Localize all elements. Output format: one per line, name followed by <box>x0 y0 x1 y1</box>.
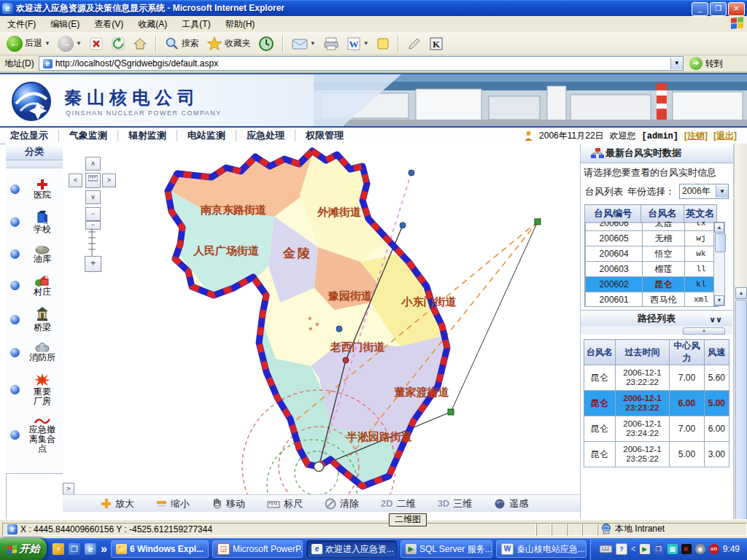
pan-left-button[interactable]: < <box>69 174 82 187</box>
volume-tray-icon[interactable]: ◉ <box>695 544 705 554</box>
messenger-button[interactable] <box>374 36 392 51</box>
edit-pen-button[interactable] <box>405 36 424 52</box>
view-3d-tool[interactable]: 3D三维 <box>438 497 473 510</box>
grid-tray-icon[interactable]: ▦ <box>667 544 678 554</box>
menu-file[interactable]: 文件(F) <box>0 16 43 33</box>
tab-weather[interactable]: 气象监测 <box>59 130 118 141</box>
sidebar-item-bridge[interactable]: 桥梁 <box>6 307 63 332</box>
close-button[interactable]: ✕ <box>728 2 745 16</box>
zoom-out-small-button[interactable]: − <box>85 207 101 221</box>
tab-radiation[interactable]: 辐射监测 <box>118 130 177 141</box>
stop-button[interactable] <box>87 36 106 52</box>
view-2d-tool[interactable]: 2D二维 <box>381 497 416 510</box>
sidebar-item-assembly-point[interactable]: 应急撤离集合点 <box>6 416 63 454</box>
menu-help[interactable]: 帮助(H) <box>218 16 263 33</box>
tab-location[interactable]: 定位显示 <box>0 130 59 141</box>
search-button[interactable]: 搜索 <box>163 36 201 52</box>
taskbar-button-sqlserver[interactable]: ▶ SQL Server 服务... <box>400 540 492 558</box>
antivirus-tray-icon[interactable]: K <box>681 544 692 554</box>
logout-link[interactable]: [注销] <box>684 130 708 142</box>
menu-tools[interactable]: 工具(T) <box>174 16 217 33</box>
edit-caret-icon[interactable]: ▼ <box>363 40 369 47</box>
pan-right-button[interactable]: > <box>102 174 116 187</box>
scrollbar-up-icon[interactable]: ▲ <box>735 287 747 299</box>
menu-edit[interactable]: 编辑(E) <box>43 16 87 33</box>
scroll-thumb[interactable] <box>715 233 726 252</box>
collapse-chevron-icon[interactable]: ∨∨ <box>709 311 722 327</box>
mail-caret-icon[interactable]: ▼ <box>310 40 316 47</box>
taskbar-button-powerpoint[interactable]: ◲ Microsoft PowerP... <box>212 540 303 558</box>
typhoon-row[interactable]: 200605无稽wj <box>586 231 718 246</box>
clear-tool[interactable]: 清除 <box>325 497 359 510</box>
typhoon-list-scrollbar[interactable]: ▲ ▼ <box>713 222 725 306</box>
maximize-button[interactable]: ❐ <box>710 2 727 16</box>
detail-row[interactable]: 昆仑2006-12-1 23:25:225.003.00 <box>584 442 729 467</box>
tab-station[interactable]: 电站监测 <box>177 130 236 141</box>
remote-sensing-tool[interactable]: 遥感 <box>494 497 528 510</box>
sidebar-item-fire-station[interactable]: 消防所 <box>6 343 63 362</box>
minimize-button[interactable]: _ <box>692 2 708 16</box>
ati-tray-icon[interactable]: ATI <box>709 544 719 554</box>
forward-button[interactable]: →▼ <box>55 35 84 52</box>
mail-button[interactable]: ▼ <box>290 36 318 51</box>
year-select[interactable]: 2006年 ▼ <box>679 184 729 199</box>
keyboard-tray-icon[interactable] <box>600 545 612 553</box>
sql-tray-icon[interactable]: ▶ <box>640 544 650 554</box>
tray-collapse-icon[interactable]: ᐸ <box>631 545 636 553</box>
address-input[interactable]: e http://localhost/QSgridwebgis/default.… <box>39 56 684 71</box>
back-caret-icon[interactable]: ▼ <box>44 40 50 47</box>
map-viewport[interactable]: * * * 南京东路街道 外滩街道 人民广场街道 金陵 豫园街道 小东门街道 老… <box>63 144 580 519</box>
detail-row-selected[interactable]: 昆仑2006-12-1 23:23:226.005.00 <box>584 391 729 416</box>
panel-splitter[interactable]: ▲ <box>581 326 732 335</box>
menu-view[interactable]: 查看(V) <box>87 16 131 33</box>
path-list-bar[interactable]: 路径列表 ∨∨ <box>581 310 732 327</box>
taskbar-button-word[interactable]: W 秦山核电站应急... <box>496 540 587 558</box>
typhoon-row[interactable]: 200604悟空wk <box>586 246 718 262</box>
exit-link[interactable]: [退出] <box>713 130 737 142</box>
go-button[interactable]: ➜ 转到 <box>689 57 723 70</box>
start-button[interactable]: 开始 <box>0 538 47 560</box>
map-svg[interactable]: * * * 南京东路街道 外滩街道 人民广场街道 金陵 豫园街道 小东门街道 老… <box>63 144 580 494</box>
refresh-button[interactable] <box>109 36 128 52</box>
window-scrollbar[interactable]: ▲ ▼ <box>734 144 747 519</box>
detail-row[interactable]: 昆仑2006-12-1 23:24:227.006.00 <box>584 416 729 442</box>
zoom-out-tool[interactable]: 缩小 <box>156 497 190 510</box>
clock[interactable]: 9:49 <box>723 544 740 554</box>
detail-row[interactable]: 昆仑2006-12-1 23:22:227.005.60 <box>584 365 729 391</box>
back-button[interactable]: ←后退▼ <box>4 35 53 52</box>
zoom-in-tool[interactable]: 放大 <box>101 497 134 510</box>
sidebar-item-key-plant[interactable]: 重要厂房 <box>6 373 63 406</box>
edit-word-button[interactable]: W▼ <box>344 36 371 52</box>
typhoon-row[interactable]: 200606太虚tx <box>586 222 718 231</box>
zoom-in-slider-button[interactable]: + <box>85 256 101 272</box>
taskbar-button-ie-current[interactable]: e 欢迎进入应急资... <box>306 540 397 558</box>
typhoon-row[interactable]: 200603榴莲ll <box>586 262 718 277</box>
quicklaunch-desktop-icon[interactable]: ❐ <box>69 543 80 555</box>
network-tray-icon[interactable]: ❒ <box>654 544 664 554</box>
sidebar-item-school[interactable]: 学校 <box>6 210 63 234</box>
scroll-down-icon[interactable]: ▼ <box>714 295 724 306</box>
quicklaunch-ie-icon[interactable]: e <box>85 543 96 555</box>
year-select-arrow-icon[interactable]: ▼ <box>716 185 728 198</box>
taskbar-button-explorer-group[interactable]: 📁 6 Windows Expl...▼ <box>111 540 209 558</box>
typhoon-row-selected[interactable]: 200602昆仑kl <box>586 277 718 292</box>
zoom-slider[interactable] <box>87 228 98 256</box>
sidebar-item-oil-depot[interactable]: 油库 <box>6 244 63 264</box>
tab-permissions[interactable]: 权限管理 <box>295 130 354 141</box>
tab-emergency[interactable]: 应急处理 <box>236 130 295 141</box>
forward-caret-icon[interactable]: ▼ <box>76 40 82 47</box>
quicklaunch-overflow-icon[interactable]: » <box>101 542 107 556</box>
extent-button[interactable] <box>85 173 101 188</box>
typhoon-row[interactable]: 200601西马伦xml <box>586 292 718 308</box>
scroll-up-icon[interactable]: ▲ <box>714 222 724 233</box>
sidebar-item-village[interactable]: 村庄 <box>6 274 63 297</box>
quicklaunch-lightning-icon[interactable]: ⚡ <box>53 543 64 555</box>
favorites-button[interactable]: 收藏夹 <box>204 36 253 52</box>
sidebar-item-hospital[interactable]: 医院 <box>6 179 63 200</box>
help-tray-icon[interactable]: ? <box>616 543 627 555</box>
print-button[interactable] <box>321 36 341 52</box>
home-button[interactable] <box>131 36 150 52</box>
k-plugin-button[interactable]: K <box>427 36 446 52</box>
menu-favorites[interactable]: 收藏(A) <box>131 16 174 33</box>
pan-up-button[interactable]: ∧ <box>85 157 101 171</box>
